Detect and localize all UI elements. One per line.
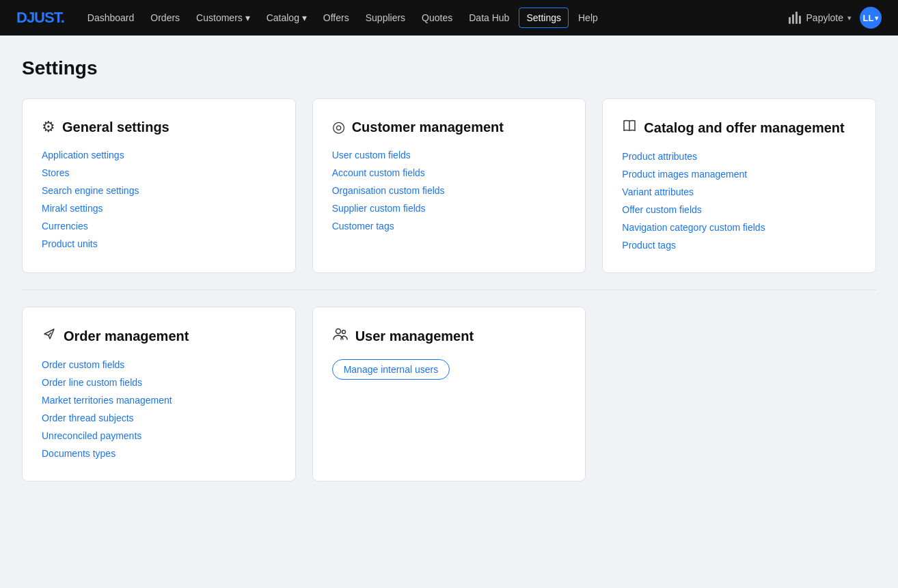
svg-rect-0 xyxy=(789,17,791,24)
org-selector[interactable]: Papylote ▾ xyxy=(787,10,852,25)
link-order-line-custom-fields[interactable]: Order line custom fields xyxy=(42,377,276,388)
link-unreconciled-payments[interactable]: Unreconciled payments xyxy=(42,430,276,441)
link-organisation-custom-fields[interactable]: Organisation custom fields xyxy=(332,185,567,196)
card-general-settings-header: ⚙ General settings xyxy=(42,118,276,136)
card-user-management: User management Manage internal users xyxy=(312,307,586,481)
top-cards-grid: ⚙ General settings Application settings … xyxy=(22,98,876,273)
nav-help[interactable]: Help xyxy=(571,8,605,27)
section-divider xyxy=(22,290,876,290)
card-customer-management-title: Customer management xyxy=(352,118,504,136)
card-order-management-title: Order management xyxy=(64,327,189,345)
bottom-cards-grid: Order management Order custom fields Ord… xyxy=(22,307,876,481)
navbar-right: Papylote ▾ LL ▾ xyxy=(787,7,882,29)
card-general-settings-title: General settings xyxy=(62,118,169,136)
link-offer-custom-fields[interactable]: Offer custom fields xyxy=(622,204,856,215)
target-icon: ◎ xyxy=(332,118,345,136)
svg-rect-3 xyxy=(799,16,801,24)
org-name: Papylote xyxy=(806,12,843,23)
nav-dashboard[interactable]: Dashboard xyxy=(81,8,141,27)
svg-point-7 xyxy=(342,331,345,334)
link-product-tags[interactable]: Product tags xyxy=(622,240,856,251)
link-variant-attributes[interactable]: Variant attributes xyxy=(622,186,856,197)
page-title: Settings xyxy=(22,57,876,79)
link-mirakl-settings[interactable]: Mirakl settings xyxy=(42,203,276,214)
nav-quotes[interactable]: Quotes xyxy=(415,8,459,27)
link-navigation-category-custom-fields[interactable]: Navigation category custom fields xyxy=(622,222,856,233)
svg-point-6 xyxy=(336,329,340,334)
link-stores[interactable]: Stores xyxy=(42,167,276,178)
card-catalog-offer: Catalog and offer management Product att… xyxy=(602,98,876,273)
link-search-engine-settings[interactable]: Search engine settings xyxy=(42,185,276,196)
link-manage-internal-users[interactable]: Manage internal users xyxy=(332,359,450,380)
link-supplier-custom-fields[interactable]: Supplier custom fields xyxy=(332,203,567,214)
book-icon xyxy=(622,118,637,137)
card-user-management-title: User management xyxy=(355,327,474,345)
gear-icon: ⚙ xyxy=(42,118,55,136)
nav-settings[interactable]: Settings xyxy=(519,8,569,28)
nav-customers[interactable]: Customers ▾ xyxy=(189,8,257,27)
link-order-custom-fields[interactable]: Order custom fields xyxy=(42,359,276,370)
link-product-attributes[interactable]: Product attributes xyxy=(622,151,856,162)
page-container: Settings ⚙ General settings Application … xyxy=(0,36,898,514)
card-order-management-header: Order management xyxy=(42,326,276,346)
svg-rect-2 xyxy=(795,12,798,24)
nav-offers[interactable]: Offers xyxy=(316,8,356,27)
avatar[interactable]: LL ▾ xyxy=(860,7,882,29)
link-market-territories[interactable]: Market territories management xyxy=(42,395,276,406)
navbar: DJUST. Dashboard Orders Customers ▾ Cata… xyxy=(0,0,898,36)
logo-text: DJUST xyxy=(16,9,61,26)
link-documents-types[interactable]: Documents types xyxy=(42,448,276,459)
card-catalog-offer-title: Catalog and offer management xyxy=(644,119,844,137)
link-currencies[interactable]: Currencies xyxy=(42,221,276,232)
logo-dot: . xyxy=(61,9,64,26)
send-icon xyxy=(42,326,57,346)
avatar-initials: LL xyxy=(863,13,874,23)
link-customer-tags[interactable]: Customer tags xyxy=(332,221,567,232)
nav-orders[interactable]: Orders xyxy=(144,8,187,27)
empty-card-slot xyxy=(602,307,876,481)
svg-line-5 xyxy=(49,333,51,335)
link-user-custom-fields[interactable]: User custom fields xyxy=(332,150,567,160)
card-customer-management-header: ◎ Customer management xyxy=(332,118,567,136)
nav-suppliers[interactable]: Suppliers xyxy=(359,8,412,27)
nav-datahub[interactable]: Data Hub xyxy=(462,8,516,27)
org-icon xyxy=(787,10,802,25)
link-application-settings[interactable]: Application settings xyxy=(42,150,276,160)
card-general-settings: ⚙ General settings Application settings … xyxy=(22,98,296,273)
link-product-units[interactable]: Product units xyxy=(42,238,276,249)
svg-rect-1 xyxy=(792,14,794,24)
avatar-chevron: ▾ xyxy=(875,14,878,22)
link-account-custom-fields[interactable]: Account custom fields xyxy=(332,167,567,178)
card-customer-management: ◎ Customer management User custom fields… xyxy=(312,98,586,273)
org-dropdown-icon: ▾ xyxy=(847,14,852,23)
logo[interactable]: DJUST. xyxy=(16,9,64,27)
card-user-management-header: User management xyxy=(332,326,567,346)
nav-catalog[interactable]: Catalog ▾ xyxy=(260,8,314,27)
link-product-images-management[interactable]: Product images management xyxy=(622,169,856,180)
link-order-thread-subjects[interactable]: Order thread subjects xyxy=(42,412,276,423)
users-icon xyxy=(332,326,349,346)
card-order-management: Order management Order custom fields Ord… xyxy=(22,307,296,481)
card-catalog-offer-header: Catalog and offer management xyxy=(622,118,856,137)
